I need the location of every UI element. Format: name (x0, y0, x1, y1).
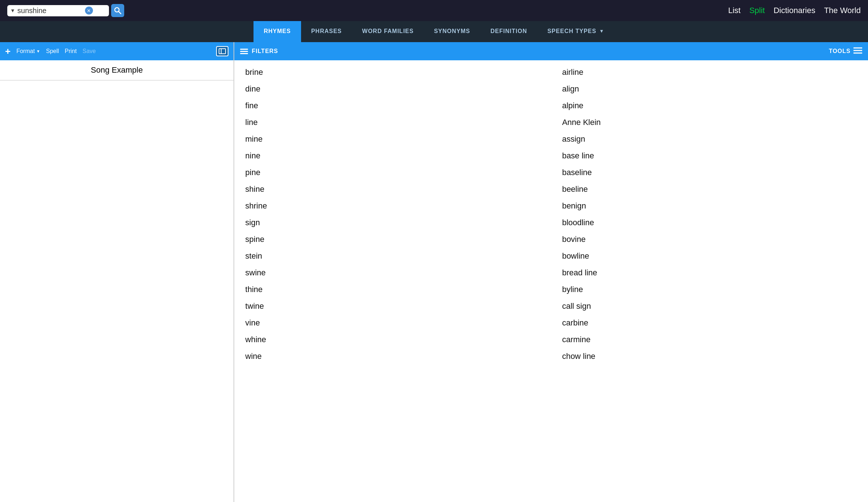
rhyme-col1-item[interactable]: pine (234, 164, 551, 181)
rhyme-col1-item[interactable]: sign (234, 214, 551, 231)
tools-area: TOOLS (829, 47, 862, 56)
rhyme-col1-item[interactable]: mine (234, 131, 551, 147)
rhyme-col2-item[interactable]: airline (551, 64, 868, 81)
rhymes-panel: FILTERS TOOLS brineairlinedinealignfinea… (234, 42, 868, 502)
filters-bar: FILTERS TOOLS (234, 42, 868, 60)
rhyme-col1-item[interactable]: whine (234, 331, 551, 348)
top-bar: ▼ ✕ List Split Dictionaries The World (0, 0, 868, 21)
editor-panel: + Format ▼ Spell Print Save Song Example (0, 42, 234, 502)
rhyme-col2-item[interactable]: assign (551, 131, 868, 147)
rhyme-col2-item[interactable]: bowline (551, 248, 868, 264)
rhyme-col1-item[interactable]: shrine (234, 198, 551, 214)
rhyme-col2-item[interactable]: alpine (551, 97, 868, 114)
rhyme-col2-item[interactable]: baseline (551, 164, 868, 181)
top-navigation: List Split Dictionaries The World (728, 6, 861, 15)
menu-icon[interactable] (240, 49, 248, 54)
rhyme-col2-item[interactable]: carbine (551, 315, 868, 331)
format-dropdown-arrow: ▼ (36, 49, 40, 53)
rhyme-col2-item[interactable]: byline (551, 281, 868, 298)
rhyme-col1-item[interactable]: thine (234, 281, 551, 298)
save-button[interactable]: Save (82, 48, 96, 54)
svg-rect-2 (219, 49, 226, 54)
print-button[interactable]: Print (65, 48, 77, 54)
clear-button[interactable]: ✕ (85, 7, 93, 15)
filters-left: FILTERS (240, 48, 278, 54)
menu-line-1 (240, 49, 248, 50)
rhyme-col2-item[interactable]: call sign (551, 298, 868, 315)
rhymes-list: brineairlinedinealignfinealpinelineAnne … (234, 60, 868, 502)
format-label: Format (16, 48, 35, 54)
rhyme-col1-item[interactable]: wine (234, 348, 551, 365)
rhyme-col2-item[interactable]: Anne Klein (551, 114, 868, 131)
search-icon (114, 7, 121, 14)
search-area: ▼ ✕ (7, 4, 124, 17)
spell-button[interactable]: Spell (46, 48, 59, 54)
expand-button[interactable] (216, 46, 228, 56)
rhyme-col2-item[interactable]: bread line (551, 264, 868, 281)
tab-definition[interactable]: DEFINITION (480, 21, 538, 42)
rhyme-col1-item[interactable]: dine (234, 81, 551, 97)
rhyme-col1-item[interactable]: fine (234, 97, 551, 114)
rhyme-col1-item[interactable]: shine (234, 181, 551, 198)
tools-menu-icon[interactable] (853, 47, 862, 56)
rhyme-col2-item[interactable]: bovine (551, 231, 868, 248)
rhyme-col1-item[interactable]: nine (234, 147, 551, 164)
search-input[interactable] (17, 7, 83, 15)
tab-word-families[interactable]: WORD FAMILIES (352, 21, 424, 42)
speech-types-dropdown-arrow: ▼ (599, 28, 604, 34)
add-button[interactable]: + (5, 46, 11, 57)
nav-split[interactable]: Split (749, 6, 765, 15)
search-box: ▼ ✕ (7, 5, 109, 16)
rhyme-col1-item[interactable]: twine (234, 298, 551, 315)
menu-line-2 (240, 51, 248, 52)
rhyme-col2-item[interactable]: benign (551, 198, 868, 214)
rhyme-col2-item[interactable]: beeline (551, 181, 868, 198)
tab-synonyms[interactable]: SYNONYMS (424, 21, 480, 42)
filters-label: FILTERS (252, 48, 278, 54)
expand-icon (219, 48, 226, 54)
rhyme-col2-item[interactable]: bloodline (551, 214, 868, 231)
main-content: + Format ▼ Spell Print Save Song Example (0, 42, 868, 502)
nav-the-world[interactable]: The World (824, 6, 861, 15)
rhyme-col1-item[interactable]: brine (234, 64, 551, 81)
search-dropdown-arrow[interactable]: ▼ (10, 8, 15, 13)
rhyme-col1-item[interactable]: vine (234, 315, 551, 331)
rhyme-col2-item[interactable]: chow line (551, 348, 868, 365)
rhyme-col1-item[interactable]: line (234, 114, 551, 131)
rhyme-col2-item[interactable]: base line (551, 147, 868, 164)
hamburger-icon (853, 47, 862, 54)
format-button[interactable]: Format ▼ (16, 48, 40, 54)
menu-line-3 (240, 53, 248, 54)
editor-toolbar: + Format ▼ Spell Print Save (0, 42, 234, 60)
tab-bar: RHYMES PHRASES WORD FAMILIES SYNONYMS DE… (0, 21, 868, 42)
tab-rhymes[interactable]: RHYMES (253, 21, 301, 42)
rhyme-col1-item[interactable]: spine (234, 231, 551, 248)
rhyme-col1-item[interactable]: swine (234, 264, 551, 281)
rhyme-col2-item[interactable]: align (551, 81, 868, 97)
rhyme-col1-item[interactable]: stein (234, 248, 551, 264)
editor-body[interactable] (0, 81, 234, 502)
tab-phrases[interactable]: PHRASES (301, 21, 352, 42)
tools-label: TOOLS (829, 48, 851, 54)
editor-title: Song Example (0, 60, 234, 81)
nav-dictionaries[interactable]: Dictionaries (774, 6, 815, 15)
search-button[interactable] (111, 4, 124, 17)
tab-speech-types-label: SPEECH TYPES (547, 28, 596, 35)
svg-line-1 (119, 12, 121, 14)
nav-list[interactable]: List (728, 6, 741, 15)
rhyme-col2-item[interactable]: carmine (551, 331, 868, 348)
tab-speech-types[interactable]: SPEECH TYPES ▼ (537, 21, 615, 42)
